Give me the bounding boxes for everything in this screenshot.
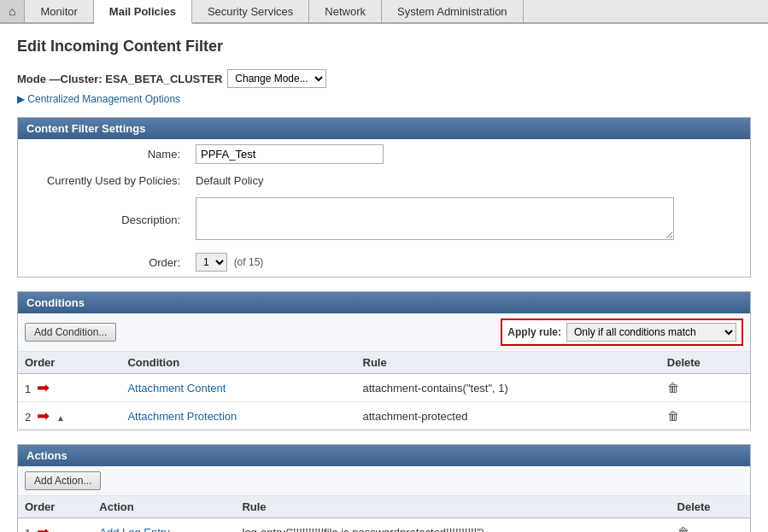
top-navigation: ⌂ Monitor Mail Policies Security Service…	[0, 0, 768, 24]
action-delete-1: 🗑	[671, 518, 750, 533]
order-row: Order: 1 2 3 (of 15)	[18, 248, 750, 277]
conditions-tbody: 1 ➡ Attachment Content attachment-contai…	[18, 374, 750, 430]
used-by-value: Default Policy	[189, 169, 750, 192]
description-label: Description:	[18, 192, 189, 248]
nav-tab-system-administration[interactable]: System Administration	[382, 0, 524, 22]
of-text: (of 15)	[234, 256, 264, 268]
conditions-section: Conditions Add Condition... Apply rule: …	[17, 291, 751, 430]
page-title: Edit Incoming Content Filter	[17, 38, 751, 56]
apply-rule-box: Apply rule: Only if all conditions match…	[501, 319, 743, 346]
attachment-content-link[interactable]: Attachment Content	[127, 382, 226, 395]
condition-delete-2: 🗑	[660, 402, 750, 430]
action-col-action: Action	[92, 496, 235, 518]
delete-condition-2-icon[interactable]: 🗑	[667, 409, 679, 423]
condition-rule-2: attachment-protected	[356, 402, 660, 430]
conditions-header-row: Order Condition Rule Delete	[18, 352, 750, 374]
content-filter-settings-header: Content Filter Settings	[18, 118, 750, 139]
description-value-cell	[189, 192, 750, 248]
used-by-label: Currently Used by Policies:	[18, 169, 189, 192]
table-row: 1 ➡ Attachment Content attachment-contai…	[18, 374, 750, 402]
apply-rule-label: Apply rule:	[507, 326, 561, 338]
add-action-button[interactable]: Add Action...	[25, 471, 101, 490]
action-name-1: Add Log Entry	[92, 518, 235, 533]
action-col-delete: Delete	[671, 496, 750, 518]
col-delete: Delete	[660, 352, 750, 374]
used-by-row: Currently Used by Policies: Default Poli…	[18, 169, 750, 192]
page-content: Edit Incoming Content Filter Mode —Clust…	[0, 24, 768, 532]
col-order: Order	[18, 352, 120, 374]
content-filter-settings-body: Name: Currently Used by Policies: Defaul…	[18, 139, 750, 277]
conditions-header: Conditions	[18, 292, 750, 313]
name-value-cell	[189, 139, 750, 169]
conditions-toolbar-right: Apply rule: Only if all conditions match…	[501, 319, 743, 346]
action-rule-1: log-entry("!!!!!!!!!!file is passwordpro…	[235, 518, 670, 533]
description-textarea[interactable]	[196, 197, 674, 240]
order-select[interactable]: 1 2 3	[196, 253, 227, 272]
name-row: Name:	[18, 139, 750, 169]
arrow-icon-2: ➡	[37, 406, 50, 425]
order-value-cell: 1 2 3 (of 15)	[189, 248, 750, 277]
mode-select[interactable]: Change Mode...	[227, 69, 326, 88]
name-label: Name:	[18, 139, 189, 169]
centralized-management-link[interactable]: ▶ Centralized Management Options	[17, 93, 751, 105]
actions-body: Add Action... Order Action Rule Delete 1	[18, 466, 750, 532]
condition-name-1: Attachment Content	[120, 374, 355, 402]
table-row: 2 ➡ ▲ Attachment Protection attachment-p…	[18, 402, 750, 430]
condition-order-2: 2 ➡ ▲	[18, 402, 120, 430]
action-col-order: Order	[18, 496, 92, 518]
actions-toolbar: Add Action...	[18, 466, 750, 496]
table-row: 1 ➡ Add Log Entry log-entry("!!!!!!!!!!f…	[18, 518, 750, 533]
conditions-table: Order Condition Rule Delete 1 ➡ Attachme…	[18, 352, 750, 430]
condition-delete-1: 🗑	[660, 374, 750, 402]
nav-tab-monitor[interactable]: Monitor	[25, 0, 93, 22]
action-col-rule: Rule	[235, 496, 670, 518]
arrow-icon-1: ➡	[37, 378, 50, 397]
add-condition-button[interactable]: Add Condition...	[25, 323, 116, 342]
home-icon[interactable]: ⌂	[0, 0, 25, 22]
mode-label: Mode —Cluster: ESA_BETA_CLUSTER	[17, 73, 222, 85]
actions-tbody: 1 ➡ Add Log Entry log-entry("!!!!!!!!!!f…	[18, 518, 750, 533]
conditions-body: Add Condition... Apply rule: Only if all…	[18, 313, 750, 430]
attachment-protection-link[interactable]: Attachment Protection	[127, 410, 237, 423]
content-filter-form: Name: Currently Used by Policies: Defaul…	[18, 139, 750, 277]
action-arrow-icon-1: ➡	[37, 523, 50, 532]
condition-order-1: 1 ➡	[18, 374, 120, 402]
order-label: Order:	[18, 248, 189, 277]
name-input[interactable]	[196, 144, 384, 164]
conditions-toolbar: Add Condition... Apply rule: Only if all…	[18, 313, 750, 352]
actions-section: Actions Add Action... Order Action Rule …	[17, 444, 751, 532]
add-log-entry-link[interactable]: Add Log Entry	[99, 526, 169, 533]
col-condition: Condition	[120, 352, 355, 374]
col-rule: Rule	[356, 352, 660, 374]
actions-header-row: Order Action Rule Delete	[18, 496, 750, 518]
actions-toolbar-left: Add Action...	[25, 471, 101, 490]
mode-bar: Mode —Cluster: ESA_BETA_CLUSTER Change M…	[17, 69, 751, 88]
action-order-1: 1 ➡	[18, 518, 92, 533]
description-row: Description:	[18, 192, 750, 248]
apply-rule-select[interactable]: Only if all conditions match If one or m…	[566, 323, 736, 342]
delete-action-1-icon[interactable]: 🗑	[677, 525, 689, 532]
condition-name-2: Attachment Protection	[120, 402, 355, 430]
delete-condition-1-icon[interactable]: 🗑	[667, 381, 679, 395]
actions-table: Order Action Rule Delete 1 ➡ Add Log Ent…	[18, 496, 750, 532]
content-filter-settings-section: Content Filter Settings Name: Currently …	[17, 117, 751, 278]
nav-tab-mail-policies[interactable]: Mail Policies	[94, 0, 192, 24]
conditions-toolbar-left: Add Condition...	[25, 323, 116, 342]
up-arrow-icon[interactable]: ▲	[56, 413, 65, 423]
nav-tab-network[interactable]: Network	[309, 0, 382, 22]
nav-tab-security-services[interactable]: Security Services	[192, 0, 309, 22]
actions-header: Actions	[18, 445, 750, 466]
condition-rule-1: attachment-contains("test", 1)	[356, 374, 660, 402]
